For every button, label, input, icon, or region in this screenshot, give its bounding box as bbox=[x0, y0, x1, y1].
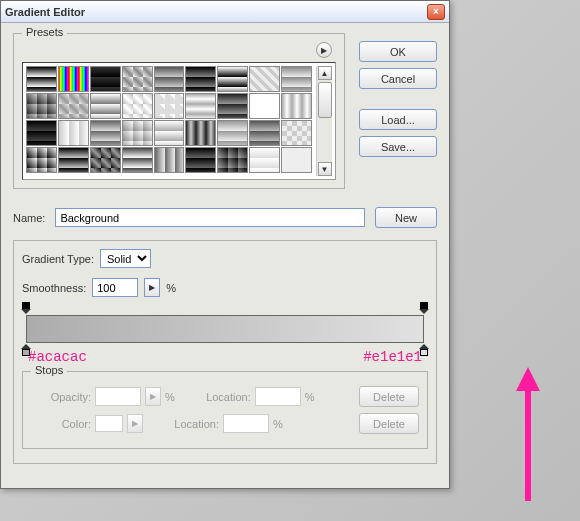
preset-swatch[interactable] bbox=[122, 120, 153, 146]
preset-swatch[interactable] bbox=[249, 93, 280, 119]
preset-swatch[interactable] bbox=[185, 93, 216, 119]
presets-fieldset: Presets ▶ ▲ ▼ bbox=[13, 33, 345, 189]
color-stop-right[interactable] bbox=[419, 344, 429, 356]
preset-swatch[interactable] bbox=[217, 147, 248, 173]
location-label-2: Location: bbox=[159, 418, 219, 430]
opacity-stop-left[interactable] bbox=[21, 302, 31, 314]
preset-swatch[interactable] bbox=[122, 93, 153, 119]
opacity-label: Opacity: bbox=[31, 391, 91, 403]
delete-opacity-button: Delete bbox=[359, 386, 419, 407]
preset-swatch[interactable] bbox=[281, 66, 312, 92]
load-button[interactable]: Load... bbox=[359, 109, 437, 130]
opacity-location-input bbox=[255, 387, 301, 406]
preset-swatch[interactable] bbox=[90, 120, 121, 146]
smoothness-label: Smoothness: bbox=[22, 282, 86, 294]
stops-legend: Stops bbox=[31, 364, 67, 376]
preset-swatch[interactable] bbox=[249, 120, 280, 146]
delete-color-button: Delete bbox=[359, 413, 419, 434]
preset-swatch[interactable] bbox=[58, 120, 89, 146]
color-spinner: ▶ bbox=[127, 414, 143, 433]
preset-swatch[interactable] bbox=[249, 66, 280, 92]
preset-swatch[interactable] bbox=[154, 147, 185, 173]
presets-legend: Presets bbox=[22, 26, 67, 38]
preset-swatch[interactable] bbox=[26, 120, 57, 146]
presets-grid bbox=[26, 66, 312, 176]
save-button[interactable]: Save... bbox=[359, 136, 437, 157]
annotation-arrow-icon bbox=[516, 367, 540, 501]
preset-swatch[interactable] bbox=[26, 93, 57, 119]
preset-swatch[interactable] bbox=[217, 66, 248, 92]
preset-swatch[interactable] bbox=[154, 120, 185, 146]
gradient-editor-dialog: Gradient Editor × Presets ▶ ▲ ▼ bbox=[0, 0, 450, 489]
preset-swatch[interactable] bbox=[281, 147, 312, 173]
titlebar[interactable]: Gradient Editor × bbox=[1, 1, 449, 23]
color-swatch bbox=[95, 415, 123, 432]
preset-swatch[interactable] bbox=[58, 66, 89, 92]
preset-swatch[interactable] bbox=[90, 93, 121, 119]
preset-swatch[interactable] bbox=[281, 120, 312, 146]
right-color-label: #e1e1e1 bbox=[363, 349, 422, 365]
scroll-down-icon[interactable]: ▼ bbox=[318, 162, 332, 176]
preset-swatch[interactable] bbox=[122, 147, 153, 173]
cancel-button[interactable]: Cancel bbox=[359, 68, 437, 89]
preset-swatch[interactable] bbox=[26, 66, 57, 92]
preset-swatch[interactable] bbox=[58, 93, 89, 119]
preset-swatch[interactable] bbox=[90, 147, 121, 173]
presets-scrollbar[interactable]: ▲ ▼ bbox=[316, 66, 332, 176]
left-color-label: #acacac bbox=[28, 349, 87, 365]
opacity-stop-right[interactable] bbox=[419, 302, 429, 314]
smoothness-input[interactable] bbox=[92, 278, 138, 297]
preset-swatch[interactable] bbox=[154, 66, 185, 92]
color-label: Color: bbox=[31, 418, 91, 430]
location-unit-1: % bbox=[305, 391, 315, 403]
opacity-input bbox=[95, 387, 141, 406]
preset-swatch[interactable] bbox=[185, 66, 216, 92]
scroll-thumb[interactable] bbox=[318, 82, 332, 118]
new-button[interactable]: New bbox=[375, 207, 437, 228]
color-stop-left[interactable] bbox=[21, 344, 31, 356]
smoothness-unit: % bbox=[166, 282, 176, 294]
name-label: Name: bbox=[13, 212, 45, 224]
preset-swatch[interactable] bbox=[154, 93, 185, 119]
preset-swatch[interactable] bbox=[185, 147, 216, 173]
preset-swatch[interactable] bbox=[217, 120, 248, 146]
preset-swatch[interactable] bbox=[26, 147, 57, 173]
opacity-unit: % bbox=[165, 391, 175, 403]
scroll-up-icon[interactable]: ▲ bbox=[318, 66, 332, 80]
preset-swatch[interactable] bbox=[281, 93, 312, 119]
opacity-spinner: ▶ bbox=[145, 387, 161, 406]
preset-swatch[interactable] bbox=[185, 120, 216, 146]
gradient-type-select[interactable]: Solid bbox=[100, 249, 151, 268]
presets-menu-icon[interactable]: ▶ bbox=[316, 42, 332, 58]
gradient-fieldset: Gradient Type: Solid Smoothness: ▶ % #ac… bbox=[13, 240, 437, 464]
name-input[interactable] bbox=[55, 208, 365, 227]
gradient-type-label: Gradient Type: bbox=[22, 253, 94, 265]
preset-swatch[interactable] bbox=[249, 147, 280, 173]
stops-fieldset: Stops Opacity: ▶ % Location: % Delete Co… bbox=[22, 371, 428, 449]
preset-swatch[interactable] bbox=[217, 93, 248, 119]
gradient-preview[interactable] bbox=[26, 315, 424, 343]
ok-button[interactable]: OK bbox=[359, 41, 437, 62]
close-button[interactable]: × bbox=[427, 4, 445, 20]
window-title: Gradient Editor bbox=[5, 6, 85, 18]
preset-swatch[interactable] bbox=[58, 147, 89, 173]
preset-swatch[interactable] bbox=[90, 66, 121, 92]
color-location-input bbox=[223, 414, 269, 433]
smoothness-spinner[interactable]: ▶ bbox=[144, 278, 160, 297]
location-unit-2: % bbox=[273, 418, 283, 430]
location-label-1: Location: bbox=[191, 391, 251, 403]
preset-swatch[interactable] bbox=[122, 66, 153, 92]
